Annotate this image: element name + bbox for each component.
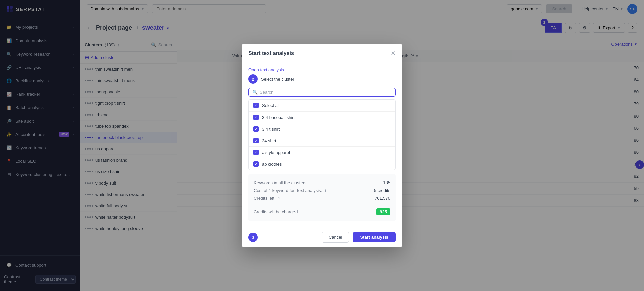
cluster-search-box: 🔍	[248, 88, 396, 97]
select-cluster-label: Select the cluster	[261, 77, 294, 82]
checkbox-icon: ✓	[253, 115, 259, 120]
checkbox-icon: ✓	[253, 126, 259, 132]
modal-info: Keywords in all the clusters: 185 Cost o…	[248, 174, 396, 221]
checkbox-item[interactable]: ✓ 3 4 baseball shirt	[249, 112, 395, 123]
info-row-keywords: Keywords in all the clusters: 185	[254, 179, 390, 187]
checkbox-select-all[interactable]: ✓ Select all	[249, 100, 395, 112]
info-icon: ℹ	[278, 196, 280, 200]
info-row-credits-charged: Credits will be charged 925	[254, 205, 390, 217]
credits-badge: 925	[376, 208, 390, 215]
modal-overlay[interactable]: Start text analysis ✕ Open text analysis…	[0, 0, 644, 291]
open-text-analysis-link[interactable]: Open text analysis	[248, 67, 396, 72]
modal-footer: 3 Cancel Start analysis	[241, 227, 402, 247]
modal-header: Start text analysis ✕	[241, 44, 402, 62]
modal-title: Start text analysis	[248, 50, 294, 56]
cancel-button[interactable]: Cancel	[322, 232, 349, 243]
search-icon: 🔍	[252, 90, 258, 95]
select-cluster-section: 2 Select the cluster	[248, 74, 396, 84]
checkbox-icon: ✓	[253, 138, 259, 143]
step-3-badge: 3	[248, 233, 258, 242]
checkbox-item[interactable]: ✓ 34 shirt	[249, 135, 395, 147]
info-icon: ℹ	[325, 188, 326, 193]
modal-close-button[interactable]: ✕	[391, 50, 396, 57]
step-3-section: 3	[248, 233, 258, 242]
info-row-cost: Cost of 1 keyword for Text analysis: ℹ 5…	[254, 187, 390, 194]
start-analysis-button[interactable]: Start analysis	[353, 232, 396, 242]
checkbox-item[interactable]: ✓ ap clothes	[249, 158, 395, 170]
checkbox-icon: ✓	[253, 161, 259, 167]
checkbox-item[interactable]: ✓ alstyle apparel	[249, 147, 395, 158]
info-row-credits-left: Credits left: ℹ 761,570	[254, 194, 390, 202]
step-2-badge: 2	[248, 74, 258, 84]
modal-body: Open text analysis 2 Select the cluster …	[241, 62, 402, 227]
checkbox-icon: ✓	[253, 103, 259, 108]
cluster-search-input[interactable]	[260, 90, 392, 95]
checkbox-list: ✓ Select all ✓ 3 4 baseball shirt ✓ 3 4 …	[248, 99, 396, 170]
checkbox-item[interactable]: ✓ 3 4 t shirt	[249, 123, 395, 135]
checkbox-icon: ✓	[253, 150, 259, 155]
modal: Start text analysis ✕ Open text analysis…	[241, 44, 402, 247]
